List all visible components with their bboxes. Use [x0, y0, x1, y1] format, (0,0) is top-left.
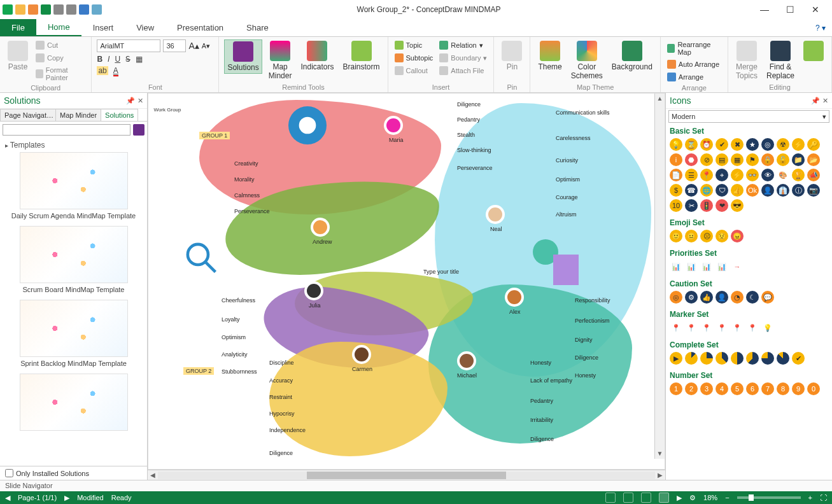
auto-arrange-button[interactable]: Auto Arrange: [666, 59, 723, 70]
complete-play-icon[interactable]: ▶: [670, 352, 682, 365]
camera-icon[interactable]: 📷: [807, 184, 820, 197]
font-size-combo[interactable]: 36: [163, 39, 186, 52]
open-folder-icon[interactable]: 📂: [807, 153, 820, 166]
strike-button[interactable]: S̶: [125, 55, 130, 64]
play-button[interactable]: ▶: [677, 494, 682, 502]
person-alex[interactable]: [505, 288, 524, 307]
caution-moon-icon[interactable]: ☾: [746, 291, 759, 304]
arrange-button[interactable]: Arrange: [666, 71, 723, 83]
group2-tag[interactable]: GROUP 2: [183, 367, 214, 375]
info-icon[interactable]: i: [670, 153, 682, 166]
coin-icon[interactable]: $: [670, 184, 682, 197]
marker-yellow-icon[interactable]: 📍: [731, 321, 744, 334]
ten-icon[interactable]: 10: [670, 199, 682, 212]
tab-solutions[interactable]: Solutions: [101, 109, 138, 121]
suit-icon[interactable]: 👔: [777, 184, 789, 197]
caution-pie-icon[interactable]: ◔: [731, 291, 744, 304]
stop-icon[interactable]: ⬣: [685, 153, 698, 166]
number-1-icon[interactable]: 1: [670, 382, 682, 395]
marker-red-icon[interactable]: 📍: [670, 321, 682, 334]
zoom-slider[interactable]: [737, 496, 801, 499]
subtopic-button[interactable]: Subtopic: [393, 52, 435, 64]
grow-font-icon[interactable]: A▴: [188, 41, 199, 51]
horizontal-scrollbar[interactable]: ◀▶: [148, 470, 665, 480]
brainstorm-button[interactable]: Brainstorm: [341, 39, 383, 73]
cross-icon[interactable]: ✖: [731, 138, 744, 151]
flag-icon[interactable]: ⚑: [746, 153, 759, 166]
marker-purple-icon[interactable]: 📍: [716, 321, 728, 334]
view-mode-4-button[interactable]: [659, 493, 669, 503]
settings-button[interactable]: ⚙: [689, 494, 696, 502]
tab-presentation[interactable]: Presentation: [166, 19, 235, 36]
pin-icons-icon[interactable]: 📌: [811, 97, 820, 105]
view-mode-3-button[interactable]: [641, 493, 651, 503]
number-0-icon[interactable]: 0: [807, 382, 820, 395]
cut-button[interactable]: Cut: [34, 39, 86, 51]
clock-icon[interactable]: ⏰: [700, 138, 713, 151]
format-painter-button[interactable]: Format Painter: [34, 65, 86, 83]
marker-bulb-icon[interactable]: 💡: [761, 321, 774, 334]
group1-tag[interactable]: GROUP 1: [199, 132, 230, 139]
font-color-button[interactable]: A: [113, 66, 118, 75]
view-mode-1-button[interactable]: [605, 493, 616, 503]
qat-save-icon[interactable]: [41, 4, 51, 15]
priority-chart1-icon[interactable]: 📊: [670, 260, 682, 273]
solutions-search-input[interactable]: [3, 124, 130, 136]
complete-87-icon[interactable]: [777, 352, 789, 365]
minimize-button[interactable]: —: [756, 3, 773, 16]
scissors-icon[interactable]: ✂: [685, 199, 698, 212]
theme-button[interactable]: Theme: [535, 39, 564, 73]
eye-icon[interactable]: 👁: [761, 169, 774, 181]
tab-home[interactable]: Home: [36, 19, 81, 36]
view-mode-2-button[interactable]: [623, 493, 633, 503]
caution-person-icon[interactable]: 👤: [716, 291, 728, 304]
indicators-button[interactable]: Indicators: [298, 39, 336, 73]
calendar-icon[interactable]: ▦: [731, 153, 744, 166]
complete-50-icon[interactable]: [731, 352, 744, 365]
close-button[interactable]: ✕: [807, 3, 824, 16]
marker-orange-icon[interactable]: 📍: [746, 321, 759, 334]
priority-arrow-icon[interactable]: →: [731, 260, 744, 273]
emoji-neutral-icon[interactable]: 😐: [685, 230, 698, 242]
tab-view[interactable]: View: [125, 19, 166, 36]
unlock-icon[interactable]: 🔓: [777, 153, 789, 166]
file-tab[interactable]: File: [0, 19, 36, 36]
number-4-icon[interactable]: 4: [716, 382, 728, 395]
complete-62-icon[interactable]: [746, 352, 759, 365]
templates-header[interactable]: Templates: [0, 138, 147, 152]
radiation-icon[interactable]: ☢: [777, 138, 789, 151]
lock-icon[interactable]: 🔒: [761, 153, 774, 166]
pin-button[interactable]: Pin: [499, 39, 525, 73]
compass-icon[interactable]: ⌖: [716, 169, 728, 181]
template-item[interactable]: Sprint Backlog MindMap Template: [3, 300, 145, 367]
rearrange-button[interactable]: Rearrange Map: [666, 39, 723, 57]
complete-37-icon[interactable]: [716, 352, 728, 365]
caution-chat-icon[interactable]: 💬: [761, 291, 774, 304]
globe-icon[interactable]: 🌐: [700, 184, 713, 197]
marker-green-icon[interactable]: 📍: [700, 321, 713, 334]
person-neal[interactable]: [486, 205, 505, 224]
trophy-icon[interactable]: 🏆: [792, 169, 805, 181]
maximize-button[interactable]: ☐: [781, 3, 799, 16]
qat-open-icon[interactable]: [28, 4, 38, 15]
priority-chart2-icon[interactable]: 📊: [685, 260, 698, 273]
caution-target-icon[interactable]: ◎: [670, 291, 682, 304]
fit-button[interactable]: ⛶: [820, 494, 827, 501]
slide-navigator-bar[interactable]: Slide Navigator: [0, 480, 832, 491]
close-icons-icon[interactable]: ✕: [822, 97, 828, 105]
doc-icon[interactable]: 📄: [670, 169, 682, 181]
qat-preview-icon[interactable]: [92, 4, 102, 15]
person-julia[interactable]: [304, 281, 323, 300]
icon-style-combo[interactable]: Modern▾: [668, 110, 829, 123]
merge-topics-button[interactable]: Merge Topics: [733, 39, 760, 81]
complete-12-icon[interactable]: [685, 352, 698, 365]
noentry-icon[interactable]: ⊘: [700, 153, 713, 166]
traffic-icon[interactable]: 🚦: [700, 199, 713, 212]
person-icon[interactable]: 👤: [761, 184, 774, 197]
template-item[interactable]: Scrum Board MindMap Template: [3, 226, 145, 293]
person-maria[interactable]: [384, 116, 403, 135]
relation-button[interactable]: Relation ▾: [438, 39, 488, 51]
info2-icon[interactable]: ⓘ: [792, 184, 805, 197]
pin-panel-icon[interactable]: 📌: [126, 97, 135, 105]
bolt-icon[interactable]: ⚡: [792, 138, 805, 151]
